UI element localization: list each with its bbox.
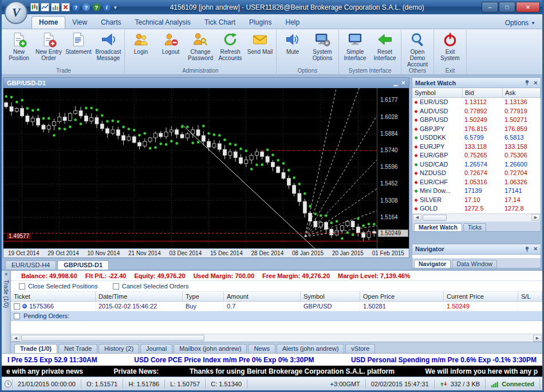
trade-panel-side-tab[interactable]: Trade (1/0) — [3, 280, 9, 308]
market-watch-row-nzdusd[interactable]: ◆NZDUSD0.726740.72704 — [412, 169, 541, 178]
column-header-type[interactable]: Type — [183, 292, 224, 302]
column-header-amount[interactable]: Amount — [224, 292, 301, 302]
refresh-accounts-button[interactable]: Refresh Accounts — [215, 30, 245, 65]
tab-alerts-john-andrew[interactable]: Alerts (john andrew) — [277, 344, 344, 353]
tab-data-window[interactable]: Data Window — [452, 260, 496, 268]
column-header-open-price[interactable]: Open Price — [360, 292, 444, 302]
tab-market-watch[interactable]: Market Watch — [414, 223, 462, 231]
system-options-button[interactable]: System Options — [308, 30, 337, 65]
ribbon-tab-plugins[interactable]: Plugins — [242, 17, 278, 29]
change-password-button[interactable]: Change Password — [186, 30, 215, 65]
navigator-close-icon[interactable]: ✕ — [533, 246, 538, 252]
column-header-date-time[interactable]: Date/Time — [96, 292, 183, 302]
market-watch-row-aud-usd[interactable]: ◆AUD/USD0.778920.77919 — [412, 107, 541, 116]
checkbox-icon[interactable] — [14, 303, 20, 310]
login-button[interactable]: Login — [126, 30, 156, 65]
scroll-thumb[interactable] — [423, 215, 447, 221]
column-header-current-price[interactable]: Current Price — [444, 292, 518, 302]
chart-close-icon[interactable]: ✕ — [401, 80, 405, 86]
market-watch-row-gbpjpy[interactable]: ◆GBPJPY176.815176.859 — [412, 125, 541, 134]
market-watch-row-gbp-usd[interactable]: ◆GBP/USD1.502491.50271 — [412, 116, 541, 125]
chart-canvas[interactable]: 1.61771.60281.58841.57401.55961.54521.53… — [3, 88, 409, 248]
close-button[interactable]: ✕ — [516, 2, 540, 13]
new-entry-order-button[interactable]: New Entry Order — [34, 30, 64, 65]
tab-history-2[interactable]: History (2) — [98, 344, 139, 353]
help-icon[interactable]: ? — [72, 3, 80, 11]
simple-interface-button[interactable]: Simple Interface — [340, 30, 370, 65]
scroll-thumb[interactable] — [21, 335, 204, 341]
ribbon-tab-charts[interactable]: Charts — [94, 17, 128, 29]
scroll-left-icon[interactable]: ◀ — [11, 335, 20, 342]
pin-icon[interactable] — [524, 246, 530, 252]
new-position-button[interactable]: New Position — [4, 30, 34, 65]
pending-orders-row[interactable]: Pending Orders: — [11, 311, 542, 321]
candlestick-chart-icon[interactable] — [30, 3, 39, 11]
chart-tab-gbp-usd-d1[interactable]: GBP/USD-D1 — [57, 260, 109, 270]
chart-minimize-icon[interactable]: ▁ — [394, 80, 398, 86]
market-watch-row-usddkk[interactable]: ◆USDDKK6.57996.5813 — [412, 133, 541, 142]
cancel-selected-orders-checkbox[interactable]: Cancel Selected Orders — [113, 283, 189, 290]
info-icon[interactable]: i — [103, 3, 111, 11]
context-help-icon[interactable]: ? — [92, 3, 101, 11]
options-menu[interactable]: Options ▼ — [502, 17, 539, 29]
close-selected-positions-checkbox[interactable]: Close Selected Positions — [19, 283, 98, 290]
bid-value: 1.26574 — [463, 160, 503, 169]
ribbon-tab-home[interactable]: Home — [31, 16, 65, 29]
send-mail-button[interactable]: Send Mail — [245, 30, 275, 65]
tab-ticks[interactable]: Ticks — [463, 223, 486, 231]
ribbon-tab-view[interactable]: View — [65, 17, 94, 29]
chart-tab-eur-usd-h4[interactable]: EUR/USD-H4 — [5, 260, 56, 270]
open-demo-account-button[interactable]: Open Demo Account — [403, 30, 432, 69]
checkbox-icon[interactable] — [19, 283, 25, 290]
logout-button[interactable]: Logout — [156, 30, 186, 65]
market-watch-row-eurjpy[interactable]: ◆EURJPY133.118133.158 — [412, 142, 541, 152]
column-header-ticket[interactable]: Ticket — [11, 292, 96, 302]
trade-hscrollbar[interactable]: ◀ ▶ — [11, 334, 542, 342]
tab-journal[interactable]: Journal — [140, 344, 172, 353]
tab-net-trade[interactable]: Net Trade — [58, 344, 97, 353]
statement-button[interactable]: Statement — [64, 30, 93, 65]
market-watch-row-eur-chf[interactable]: ◆EUR/CHF1.053161.06326 — [412, 178, 541, 187]
market-watch-hscrollbar[interactable]: ◀ ▶ — [412, 213, 541, 221]
ribbon-tab-technical-analysis[interactable]: Technical Analysis — [128, 17, 197, 29]
checkbox-icon[interactable] — [14, 313, 20, 319]
reset-interface-button[interactable]: Reset Interface — [370, 30, 400, 65]
broadcast-message-button[interactable]: Broadcast Message — [93, 30, 123, 65]
checkbox-icon[interactable] — [113, 283, 119, 290]
market-watch-row-silver[interactable]: ◆SILVER17.1017.14 — [412, 196, 541, 205]
position-row[interactable]: 15753662015-02-02 15:46:22Buy0.7GBP/USD1… — [11, 302, 542, 311]
candlestick-chart[interactable] — [3, 88, 377, 248]
ribbon-tab-help[interactable]: Help — [278, 17, 306, 29]
tab-trade-1-0[interactable]: Trade (1/0) — [14, 344, 57, 353]
column-header-ask[interactable]: Ask — [503, 88, 541, 98]
scroll-left-icon[interactable]: ◀ — [413, 214, 421, 221]
scroll-right-icon[interactable]: ▶ — [531, 214, 540, 221]
help-2-icon[interactable]: ? — [82, 3, 90, 11]
tab-navigator[interactable]: Navigator — [414, 260, 451, 268]
close-chart-icon[interactable] — [61, 3, 70, 11]
market-watch-close-icon[interactable]: ✕ — [533, 80, 538, 86]
column-header-bid[interactable]: Bid — [463, 88, 503, 98]
ribbon-tab-tick-chart[interactable]: Tick Chart — [198, 17, 242, 29]
market-watch-row-usd-cad[interactable]: ◆USD/CAD1.265741.26600 — [412, 160, 541, 169]
exit-system-button[interactable]: Exit System — [435, 30, 465, 65]
column-header-symbol[interactable]: Symbol — [301, 292, 360, 302]
market-watch-row-eur-usd[interactable]: ◆EUR/USD1.131121.13136 — [412, 98, 541, 107]
maximize-button[interactable]: □ — [499, 2, 515, 13]
market-watch-row-gold[interactable]: ◆GOLD1272.51272.8 — [412, 204, 541, 213]
line-chart-icon[interactable] — [41, 3, 49, 11]
minimize-button[interactable]: – — [482, 2, 498, 13]
scroll-right-icon[interactable]: ▶ — [533, 335, 542, 342]
bar-chart-icon[interactable] — [51, 3, 60, 11]
app-logo-orb[interactable]: V — [5, 1, 27, 24]
market-watch-row-mini-dow[interactable]: ◆Mini Dow...1713917141 — [412, 187, 541, 196]
column-header-symbol[interactable]: Symbol — [412, 88, 463, 98]
tab-mailbox-john-andrew[interactable]: Mailbox (john andrew) — [174, 344, 247, 353]
pin-icon[interactable] — [524, 80, 530, 86]
column-header-s-l[interactable]: S/L — [518, 292, 542, 302]
mute-button[interactable]: Mute — [278, 30, 308, 65]
tab-vstore[interactable]: vStore — [345, 344, 375, 353]
tab-news[interactable]: News — [248, 344, 275, 353]
trade-panel-close-icon[interactable]: ✕ — [4, 272, 8, 277]
market-watch-row-eur-gbp[interactable]: ◆EUR/GBP0.752650.75306 — [412, 151, 541, 160]
